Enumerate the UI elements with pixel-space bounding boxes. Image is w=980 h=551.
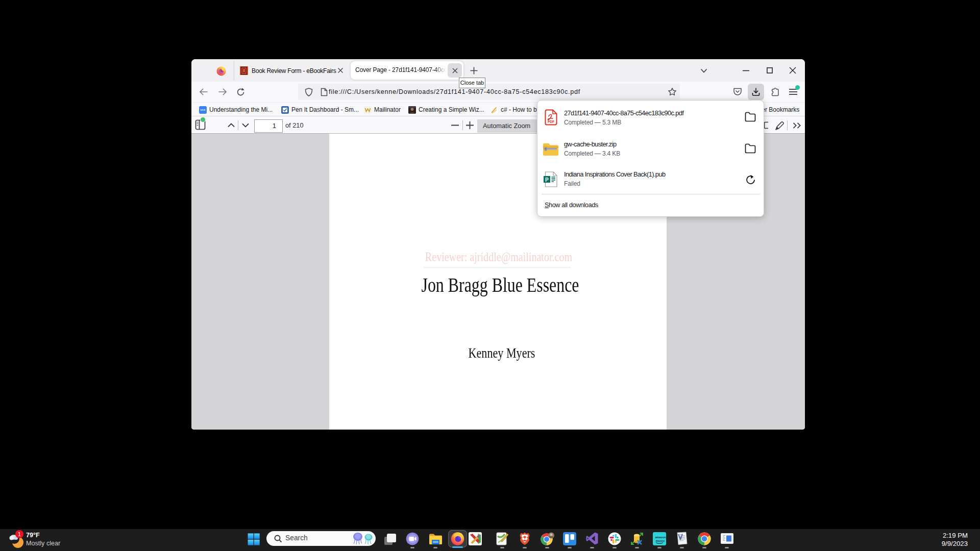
- svg-text:P: P: [545, 177, 549, 183]
- svg-text:PDF: PDF: [548, 120, 554, 123]
- svg-text:music: music: [656, 539, 665, 542]
